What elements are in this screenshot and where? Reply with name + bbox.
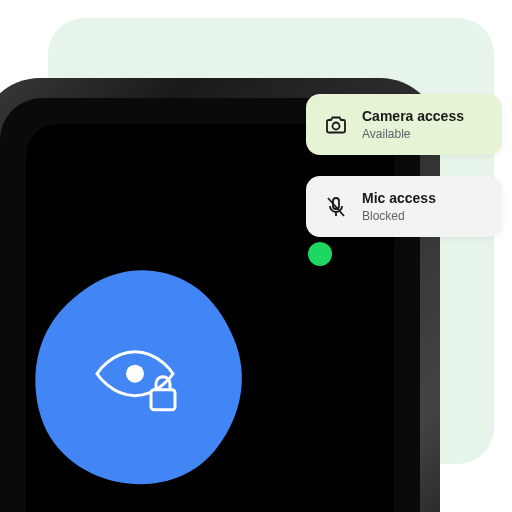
privacy-blob bbox=[24, 262, 254, 492]
camera-chip-subtitle: Available bbox=[362, 127, 464, 141]
svg-point-0 bbox=[333, 122, 340, 129]
camera-icon bbox=[324, 113, 348, 137]
mic-chip-subtitle: Blocked bbox=[362, 209, 436, 223]
mic-chip-title: Mic access bbox=[362, 190, 436, 207]
svg-point-3 bbox=[126, 365, 144, 383]
camera-access-chip[interactable]: Camera access Available bbox=[306, 94, 502, 155]
camera-chip-title: Camera access bbox=[362, 108, 464, 125]
mic-chip-text: Mic access Blocked bbox=[362, 190, 436, 223]
mic-off-icon bbox=[324, 195, 348, 219]
eye-lock-icon bbox=[93, 346, 185, 414]
mic-access-chip[interactable]: Mic access Blocked bbox=[306, 176, 502, 237]
privacy-indicator-dot bbox=[308, 242, 332, 266]
svg-rect-4 bbox=[151, 390, 175, 410]
camera-chip-text: Camera access Available bbox=[362, 108, 464, 141]
